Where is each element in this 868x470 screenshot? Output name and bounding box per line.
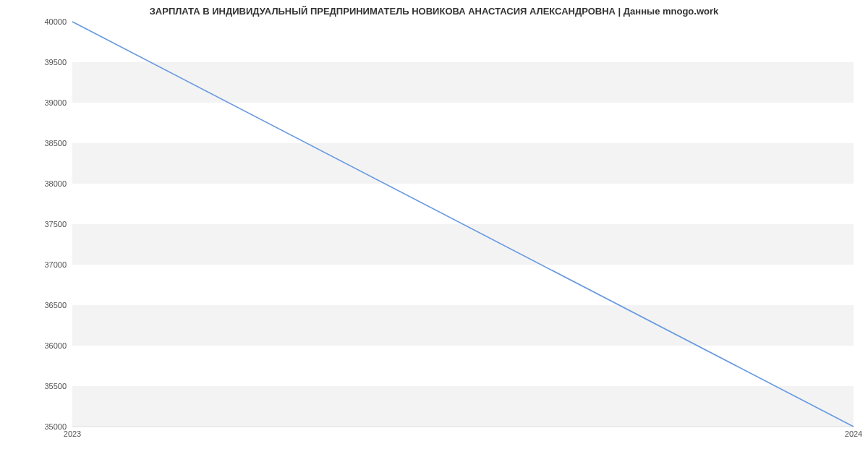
y-tick-label: 39500 [30, 58, 67, 67]
y-tick-label: 37000 [30, 260, 67, 269]
y-tick-label: 36500 [30, 301, 67, 309]
y-tick-label: 38500 [30, 139, 67, 148]
y-tick-label: 36000 [30, 341, 67, 350]
y-tick-label: 37500 [30, 220, 67, 228]
data-line [72, 22, 854, 427]
chart-title: ЗАРПЛАТА В ИНДИВИДУАЛЬНЫЙ ПРЕДПРИНИМАТЕЛ… [0, 6, 868, 17]
chart-container: ЗАРПЛАТА В ИНДИВИДУАЛЬНЫЙ ПРЕДПРИНИМАТЕЛ… [0, 0, 868, 470]
y-tick-label: 35000 [30, 422, 67, 431]
y-tick-label: 39000 [30, 98, 67, 107]
y-tick-label: 40000 [30, 17, 67, 26]
x-tick-label: 2024 [845, 430, 862, 438]
x-tick-label: 2023 [64, 430, 81, 438]
line-layer [72, 22, 854, 427]
y-tick-label: 35500 [30, 382, 67, 390]
y-tick-label: 38000 [30, 179, 67, 188]
